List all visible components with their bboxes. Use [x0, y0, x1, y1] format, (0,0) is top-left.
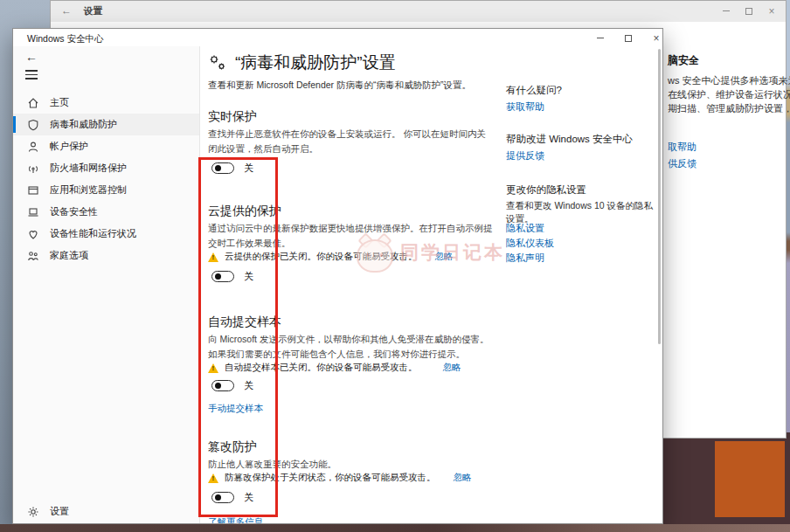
gear-icon [27, 506, 39, 518]
give-feedback-link[interactable]: 提供反馈 [506, 149, 544, 162]
sidebar-item-label: 主页 [50, 96, 69, 109]
privacy-heading: 更改你的隐私设置 [506, 183, 586, 197]
sidebar-item-label: 设备性能和运行状况 [50, 227, 136, 240]
sidebar-item-label: 应用和浏览器控制 [50, 183, 127, 197]
heart-icon [27, 228, 39, 240]
person-icon [27, 141, 39, 153]
sidebar-item-family-options[interactable]: 家庭选项 [13, 245, 199, 266]
sidebar-item-firewall-network[interactable]: 防火墙和网络保护 [13, 157, 199, 179]
learn-more-link[interactable]: 了解更多信息 [208, 516, 263, 524]
realtime-protection-description: 查找并停止恶意软件在你的设备上安装或运行。 你可以在短时间内关闭此设置，然后自动… [208, 127, 493, 155]
close-button[interactable]: × [765, 4, 779, 17]
sidebar: ← 主页 病毒和威胁防护 帐户保护 防火墙和网络保护 应用和浏览器控制 [13, 46, 200, 524]
desktop-wallpaper-orange-block [715, 441, 785, 517]
feedback-heading: 帮助改进 Windows 安全中心 [506, 133, 633, 146]
settings-panel-text: 期扫描、管理威胁防护设置，等 [668, 102, 790, 115]
laptop-icon [27, 206, 39, 218]
sidebar-item-label: 病毒和威胁防护 [50, 118, 117, 131]
scrollbar[interactable] [658, 49, 661, 344]
maximize-button[interactable] [621, 31, 635, 45]
sidebar-item-settings[interactable]: 设置 [27, 505, 69, 518]
gears-icon [208, 53, 227, 73]
settings-panel-heading-fragment: 脑安全 [668, 53, 699, 68]
firewall-network-icon [27, 162, 39, 175]
sidebar-item-account-protection[interactable]: 帐户保护 [13, 135, 199, 157]
privacy-statement-link[interactable]: 隐私声明 [506, 252, 544, 265]
sidebar-item-label: 设备安全性 [50, 205, 98, 218]
desktop-wallpaper-bottom-strip [0, 524, 790, 532]
page-subtitle: 查看和更新 Microsoft Defender 防病毒的“病毒和威胁防护”设置… [208, 79, 471, 92]
annotation-rectangle [198, 157, 278, 517]
minimize-button[interactable] [719, 4, 733, 17]
security-window-title: Windows 安全中心 [27, 33, 104, 45]
sidebar-item-app-browser-control[interactable]: 应用和浏览器控制 [13, 179, 199, 201]
question-heading: 有什么疑问? [506, 84, 562, 97]
shield-icon [27, 119, 39, 131]
settings-window-title: 设置 [84, 5, 102, 17]
privacy-dashboard-link[interactable]: 隐私仪表板 [506, 237, 554, 250]
sidebar-item-label: 帐户保护 [50, 140, 88, 153]
get-help-link[interactable]: 取帮助 [668, 141, 696, 154]
dismiss-link[interactable]: 忽略 [435, 251, 454, 263]
settings-panel-text: 在线保护、维护设备运行状况、 [668, 88, 790, 101]
sidebar-item-label: 设置 [50, 505, 69, 518]
realtime-protection-title: 实时保护 [208, 109, 257, 125]
security-titlebar[interactable]: Windows 安全中心 × [13, 29, 662, 46]
settings-panel-text: ws 安全中心提供多种选项来为 [668, 74, 790, 87]
app-browser-icon [27, 184, 39, 197]
maximize-button[interactable] [742, 4, 756, 17]
sidebar-item-label: 家庭选项 [50, 249, 88, 262]
page-title: “病毒和威胁防护”设置 [208, 52, 396, 74]
sidebar-item-virus-threat-protection[interactable]: 病毒和威胁防护 [13, 114, 199, 135]
dismiss-link[interactable]: 忽略 [454, 472, 472, 484]
page-title-text: “病毒和威胁防护”设置 [235, 52, 396, 74]
dismiss-link[interactable]: 忽略 [443, 362, 461, 374]
give-feedback-link[interactable]: 供反馈 [668, 157, 696, 170]
back-icon[interactable]: ← [25, 50, 38, 64]
family-icon [27, 250, 39, 262]
menu-icon[interactable] [25, 70, 38, 79]
privacy-settings-link[interactable]: 隐私设置 [506, 222, 544, 235]
get-help-link[interactable]: 获取帮助 [506, 100, 544, 114]
sidebar-item-label: 防火墙和网络保护 [50, 162, 127, 175]
sidebar-item-home[interactable]: 主页 [13, 92, 199, 114]
home-icon [27, 97, 39, 109]
settings-titlebar[interactable]: ← 设置 × [51, 1, 786, 22]
close-button[interactable]: × [649, 31, 663, 45]
minimize-button[interactable] [593, 31, 607, 45]
back-icon[interactable]: ← [61, 4, 72, 17]
sidebar-item-device-security[interactable]: 设备安全性 [13, 201, 199, 223]
windows-security-window: Windows 安全中心 × ← 主页 病毒和威胁防护 帐户保护 [12, 28, 663, 524]
sidebar-item-device-performance[interactable]: 设备性能和运行状况 [13, 223, 199, 245]
